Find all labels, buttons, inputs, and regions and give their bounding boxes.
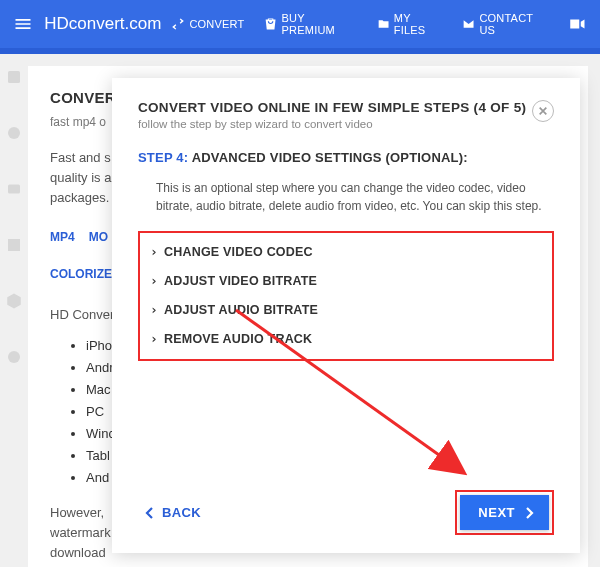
tab-colorize[interactable]: COLORIZE bbox=[50, 261, 112, 290]
wizard-modal: CONVERT VIDEO ONLINE IN FEW SIMPLE STEPS… bbox=[112, 78, 580, 553]
modal-title: CONVERT VIDEO ONLINE IN FEW SIMPLE STEPS… bbox=[138, 100, 526, 115]
next-label: NEXT bbox=[478, 505, 515, 520]
option-change-video-codec[interactable]: › CHANGE VIDEO CODEC bbox=[148, 237, 512, 266]
chevron-right-icon: › bbox=[150, 273, 158, 288]
option-label: ADJUST VIDEO BITRATE bbox=[164, 274, 317, 288]
decor-icon bbox=[5, 292, 23, 310]
close-button[interactable] bbox=[532, 100, 554, 122]
hamburger-icon bbox=[13, 14, 33, 34]
nav-buy-premium-label: BUY PREMIUM bbox=[282, 12, 357, 36]
decor-icon bbox=[5, 124, 23, 142]
back-label: BACK bbox=[162, 505, 201, 520]
hamburger-menu-button[interactable] bbox=[8, 8, 38, 40]
brand-label: HDconvert.com bbox=[44, 14, 161, 34]
option-remove-audio-track[interactable]: › REMOVE AUDIO TRACK bbox=[148, 324, 512, 353]
step-description: This is an optional step where you can c… bbox=[156, 179, 542, 215]
nav-buy-premium[interactable]: BUY PREMIUM bbox=[254, 12, 366, 36]
svg-point-1 bbox=[8, 127, 20, 139]
option-label: CHANGE VIDEO CODEC bbox=[164, 245, 313, 259]
chevron-right-icon: › bbox=[150, 331, 158, 346]
nav-contact-us-label: CONTACT US bbox=[479, 12, 547, 36]
svg-rect-2 bbox=[8, 185, 20, 194]
mail-icon bbox=[462, 17, 475, 31]
chevron-left-icon bbox=[144, 507, 156, 519]
topbar: HDconvert.com CONVERT BUY PREMIUM MY FIL… bbox=[0, 0, 600, 48]
decor-icon bbox=[5, 68, 23, 86]
topbar-underline bbox=[0, 48, 600, 54]
chevron-right-icon: › bbox=[150, 244, 158, 259]
close-icon bbox=[538, 106, 548, 116]
decor-icon bbox=[5, 236, 23, 254]
videocam-icon bbox=[568, 15, 586, 33]
svg-point-3 bbox=[8, 351, 20, 363]
side-decor bbox=[0, 54, 28, 564]
nav-contact-us[interactable]: CONTACT US bbox=[452, 12, 558, 36]
step-title: ADVANCED VIDEO SETTINGS (OPTIONAL): bbox=[192, 150, 468, 165]
chevron-right-icon bbox=[523, 507, 535, 519]
next-highlight-box: NEXT bbox=[455, 490, 554, 535]
tab-mp4[interactable]: MP4 bbox=[50, 224, 75, 253]
nav-convert-label: CONVERT bbox=[189, 18, 244, 30]
shopping-bag-icon bbox=[264, 17, 277, 31]
option-adjust-audio-bitrate[interactable]: › ADJUST AUDIO BITRATE bbox=[148, 295, 512, 324]
step-number: STEP 4: bbox=[138, 150, 188, 165]
decor-icon bbox=[5, 348, 23, 366]
option-label: REMOVE AUDIO TRACK bbox=[164, 332, 312, 346]
nav-my-files[interactable]: MY FILES bbox=[367, 12, 453, 36]
option-adjust-video-bitrate[interactable]: › ADJUST VIDEO BITRATE bbox=[148, 266, 512, 295]
back-button[interactable]: BACK bbox=[138, 497, 207, 528]
svg-rect-0 bbox=[8, 71, 20, 83]
folder-icon bbox=[377, 17, 390, 31]
tab-mo[interactable]: MO bbox=[89, 224, 108, 253]
step-heading: STEP 4: ADVANCED VIDEO SETTINGS (OPTIONA… bbox=[138, 150, 554, 165]
option-label: ADJUST AUDIO BITRATE bbox=[164, 303, 318, 317]
videocam-button[interactable] bbox=[562, 8, 592, 40]
options-highlight-box: › CHANGE VIDEO CODEC › ADJUST VIDEO BITR… bbox=[138, 231, 554, 361]
nav-my-files-label: MY FILES bbox=[394, 12, 443, 36]
decor-icon bbox=[5, 180, 23, 198]
modal-subtitle: follow the step by step wizard to conver… bbox=[138, 118, 526, 130]
chevron-right-icon: › bbox=[150, 302, 158, 317]
next-button[interactable]: NEXT bbox=[460, 495, 549, 530]
swap-icon bbox=[171, 17, 185, 31]
nav-convert[interactable]: CONVERT bbox=[161, 17, 254, 31]
